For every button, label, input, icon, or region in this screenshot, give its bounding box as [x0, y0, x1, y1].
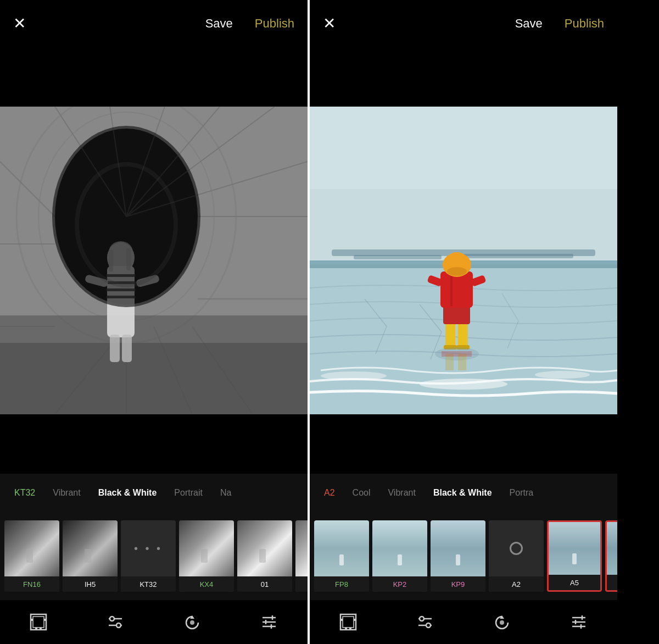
svg-point-74 [447, 267, 467, 276]
right-filter-kp9[interactable]: KP9 [431, 520, 485, 592]
left-filter-fn16-label: FN16 [4, 576, 59, 592]
right-filter-fp8-preview [314, 520, 369, 576]
svg-rect-38 [35, 628, 37, 630]
right-filter-cat-cool[interactable]: Cool [344, 488, 379, 498]
svg-rect-83 [345, 628, 347, 630]
svg-point-91 [500, 620, 504, 625]
right-filter-a5-label: A5 [549, 575, 600, 590]
right-filter-categories: A2 Cool Vibrant Black & White Portra [310, 474, 617, 512]
svg-rect-55 [310, 107, 617, 189]
left-top-actions: Save Publish [205, 16, 294, 31]
left-photo-area [0, 47, 308, 474]
svg-point-90 [426, 623, 431, 628]
right-filter-kp2-preview [372, 520, 427, 576]
left-filter-kt32-preview: • • • [121, 520, 176, 576]
svg-rect-32 [110, 335, 120, 362]
left-filter-02[interactable]: 02 [295, 520, 308, 592]
right-close-button[interactable]: ✕ [323, 16, 336, 31]
svg-point-89 [420, 617, 424, 621]
right-revert-icon [492, 612, 512, 632]
right-filter-cat-portrait[interactable]: Portra [501, 488, 543, 498]
dots-icon: • • • [134, 542, 163, 555]
svg-rect-39 [40, 628, 42, 630]
right-filter-a2[interactable]: A2 [489, 520, 544, 592]
svg-rect-86 [354, 619, 356, 621]
left-filter-01-label: 01 [237, 576, 292, 592]
right-filter-fp8-label: FP8 [314, 576, 369, 592]
right-toolbar-frames[interactable] [338, 612, 358, 632]
svg-point-34 [52, 126, 200, 307]
left-filter-cat-vibrant[interactable]: Vibrant [44, 488, 89, 498]
svg-rect-80 [442, 351, 472, 357]
left-filter-kx4-preview [179, 520, 234, 576]
left-toolbar-frames[interactable] [29, 612, 48, 632]
right-save-button[interactable]: Save [515, 16, 543, 31]
left-filter-kt32-label: KT32 [121, 576, 176, 592]
right-toolbar-adjust[interactable] [415, 612, 435, 632]
right-toolbar-effects[interactable] [569, 612, 589, 632]
svg-rect-84 [349, 628, 351, 630]
right-filter-strip: FP8 KP2 KP9 A2 A5 [310, 512, 617, 600]
svg-rect-59 [354, 255, 442, 259]
right-filter-cat-vibrant[interactable]: Vibrant [379, 488, 424, 498]
svg-point-63 [420, 379, 507, 390]
svg-point-44 [110, 617, 114, 621]
left-close-button[interactable]: ✕ [13, 16, 26, 31]
right-filter-kp2[interactable]: KP2 [372, 520, 427, 592]
left-filter-ih5[interactable]: IH5 [63, 520, 118, 592]
right-filter-kp9-label: KP9 [431, 576, 485, 592]
svg-point-62 [321, 371, 387, 380]
left-toolbar-revert[interactable] [182, 612, 202, 632]
left-filter-fn16-preview [4, 520, 59, 576]
left-filter-kt32[interactable]: • • • KT32 [121, 520, 176, 592]
left-publish-button[interactable]: Publish [255, 16, 294, 31]
left-top-bar: ✕ Save Publish [0, 0, 308, 47]
right-filter-a5[interactable]: A5 [547, 520, 602, 592]
svg-rect-65 [445, 321, 455, 348]
left-filter-categories: KT32 Vibrant Black & White Portrait Na [0, 474, 308, 512]
right-panel: ✕ Save Publish [310, 0, 617, 644]
left-filter-fn16[interactable]: FN16 [4, 520, 59, 592]
right-filter-cat-a2[interactable]: A2 [315, 488, 344, 498]
left-toolbar-adjust[interactable] [105, 612, 125, 632]
svg-point-64 [535, 371, 590, 379]
svg-point-45 [116, 623, 121, 628]
right-filter-a2-label: A2 [489, 576, 544, 592]
left-save-button[interactable]: Save [205, 16, 233, 31]
right-filter-cat-bw[interactable]: Black & White [425, 488, 501, 498]
right-filter-a8[interactable]: A8 [605, 520, 617, 592]
right-filter-kp9-preview [431, 520, 485, 576]
adjust-icon [105, 612, 125, 632]
left-filter-cat-bw[interactable]: Black & White [90, 488, 166, 498]
svg-rect-20 [0, 343, 308, 414]
left-toolbar-effects[interactable] [259, 612, 279, 632]
svg-rect-82 [343, 617, 354, 628]
right-effects-icon [569, 612, 589, 632]
right-frames-icon [338, 612, 358, 632]
frames-icon [29, 612, 48, 632]
left-bottom-toolbar [0, 600, 308, 644]
left-filter-cat-na[interactable]: Na [211, 488, 240, 498]
right-publish-button[interactable]: Publish [565, 16, 604, 31]
right-filter-kp2-label: KP2 [372, 576, 427, 592]
right-toolbar-revert[interactable] [492, 612, 512, 632]
svg-rect-71 [450, 274, 453, 306]
right-adjust-icon [415, 612, 435, 632]
left-filter-kx4[interactable]: KX4 [179, 520, 234, 592]
left-panel: ✕ Save Publish [0, 0, 308, 644]
right-photo [310, 107, 617, 414]
left-filter-cat-kt32[interactable]: KT32 [5, 488, 44, 498]
right-filter-a8-label: A8 [607, 575, 617, 590]
left-filter-01-preview [237, 520, 292, 576]
svg-rect-60 [463, 254, 573, 258]
right-filter-a8-preview [607, 522, 617, 575]
left-filter-ih5-label: IH5 [63, 576, 118, 592]
right-filter-a2-preview [489, 520, 544, 576]
svg-rect-41 [44, 619, 46, 621]
left-filter-cat-portrait[interactable]: Portrait [165, 488, 211, 498]
svg-rect-66 [458, 321, 468, 348]
svg-rect-85 [340, 619, 343, 621]
right-filter-fp8[interactable]: FP8 [314, 520, 369, 592]
left-photo [0, 107, 308, 414]
left-filter-01[interactable]: 01 [237, 520, 292, 592]
